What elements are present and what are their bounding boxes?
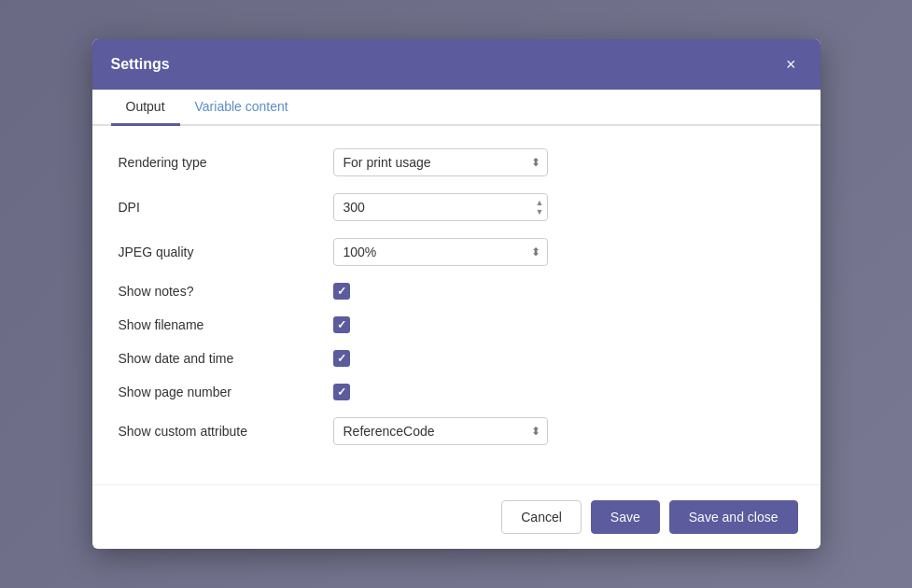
rendering-type-select[interactable]: For print usage For screen usage For web… bbox=[333, 148, 548, 176]
show-notes-label: Show notes? bbox=[119, 284, 333, 299]
dpi-label: DPI bbox=[119, 200, 333, 215]
jpeg-quality-select-wrapper: 100% 90% 80% 70% ⬍ bbox=[333, 238, 548, 266]
rendering-type-row: Rendering type For print usage For scree… bbox=[119, 148, 794, 176]
close-button[interactable]: × bbox=[780, 54, 802, 75]
save-button[interactable]: Save bbox=[591, 500, 660, 534]
dpi-up-arrow: ▲ bbox=[536, 199, 544, 207]
show-date-time-row: Show date and time bbox=[119, 350, 794, 367]
settings-modal: Settings × Output Variable content Rende… bbox=[92, 39, 821, 549]
dpi-input[interactable] bbox=[333, 193, 548, 221]
show-filename-row: Show filename bbox=[119, 316, 794, 333]
modal-footer: Cancel Save Save and close bbox=[92, 484, 821, 549]
modal-header: Settings × bbox=[92, 39, 821, 90]
jpeg-quality-select[interactable]: 100% 90% 80% 70% bbox=[333, 238, 548, 266]
jpeg-quality-label: JPEG quality bbox=[119, 245, 333, 259]
modal-title: Settings bbox=[111, 56, 170, 73]
rendering-type-label: Rendering type bbox=[119, 155, 333, 170]
dpi-down-arrow: ▼ bbox=[536, 208, 544, 217]
show-page-number-row: Show page number bbox=[119, 384, 794, 400]
dpi-spinner-arrows: ▲ ▼ bbox=[536, 199, 544, 217]
show-date-time-checkbox[interactable] bbox=[333, 350, 350, 367]
show-filename-label: Show filename bbox=[119, 317, 333, 332]
jpeg-quality-row: JPEG quality 100% 90% 80% 70% ⬍ bbox=[119, 238, 794, 266]
show-custom-attribute-row: Show custom attribute ReferenceCode None… bbox=[119, 417, 794, 445]
show-notes-checkbox[interactable] bbox=[333, 283, 350, 300]
show-page-number-checkbox[interactable] bbox=[333, 384, 350, 400]
custom-attribute-select[interactable]: ReferenceCode None Custom bbox=[333, 417, 548, 445]
cancel-button[interactable]: Cancel bbox=[501, 500, 582, 534]
rendering-type-select-wrapper: For print usage For screen usage For web… bbox=[333, 148, 548, 176]
show-page-number-label: Show page number bbox=[119, 385, 333, 399]
tab-variable-content[interactable]: Variable content bbox=[180, 90, 303, 126]
show-filename-checkbox[interactable] bbox=[333, 316, 350, 333]
modal-backdrop: Settings × Output Variable content Rende… bbox=[0, 0, 912, 588]
modal-body: Rendering type For print usage For scree… bbox=[92, 126, 821, 484]
save-and-close-button[interactable]: Save and close bbox=[669, 500, 798, 534]
custom-attribute-select-wrapper: ReferenceCode None Custom ⬍ bbox=[333, 417, 548, 445]
show-date-time-label: Show date and time bbox=[119, 351, 333, 366]
show-custom-attribute-label: Show custom attribute bbox=[119, 424, 333, 439]
tab-output[interactable]: Output bbox=[111, 90, 180, 126]
dpi-row: DPI ▲ ▼ bbox=[119, 193, 794, 221]
dpi-spinner-wrapper: ▲ ▼ bbox=[333, 193, 548, 221]
show-notes-row: Show notes? bbox=[119, 283, 794, 300]
tabs-bar: Output Variable content bbox=[92, 90, 821, 126]
